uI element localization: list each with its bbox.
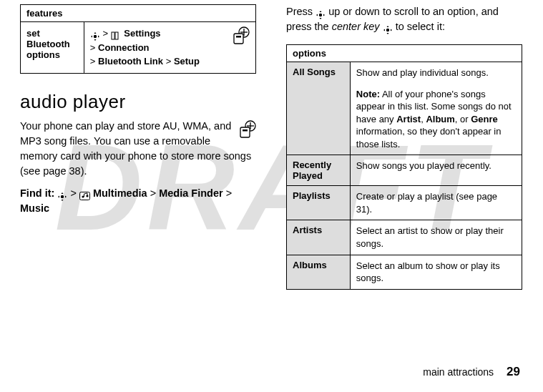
settings-icon xyxy=(111,30,122,39)
option-label: Artists xyxy=(287,220,351,255)
option-desc: Create or play a playlist (see page 31). xyxy=(350,186,522,220)
option-note: Note: All of your phone's songs appear i… xyxy=(350,84,522,155)
options-header: options xyxy=(287,45,522,62)
option-label: Recently Played xyxy=(287,155,351,186)
audio-player-intro: Your phone can play and store AU, WMA, a… xyxy=(20,119,256,179)
svg-rect-9 xyxy=(236,36,241,38)
features-header: features xyxy=(21,5,256,22)
center-key-icon xyxy=(57,189,67,199)
svg-rect-8 xyxy=(234,34,243,44)
option-desc: Select an artist to show or play their s… xyxy=(350,220,522,255)
options-table: options All Songs Show and play individu… xyxy=(286,44,522,290)
left-column: features set Bluetooth options > Setting… xyxy=(20,4,256,290)
right-column: Press up or down to scroll to an option,… xyxy=(286,4,522,290)
svg-rect-2 xyxy=(115,32,118,39)
option-label: All Songs xyxy=(287,62,351,155)
feature-row-label: set Bluetooth options xyxy=(21,22,84,74)
svg-rect-13 xyxy=(240,127,250,137)
features-table: features set Bluetooth options > Setting… xyxy=(20,4,256,74)
audio-player-heading: audio player xyxy=(20,91,256,113)
option-desc: Show songs you played recently. xyxy=(350,155,522,186)
center-key-icon xyxy=(383,22,393,32)
options-intro: Press up or down to scroll to an option,… xyxy=(286,4,522,34)
svg-rect-1 xyxy=(112,32,114,39)
svg-point-18 xyxy=(86,195,88,197)
table-row: Recently Played Show songs you played re… xyxy=(287,155,522,186)
nav-key-icon xyxy=(315,7,326,17)
svg-point-15 xyxy=(61,195,64,198)
svg-rect-14 xyxy=(243,129,248,132)
footer-section: main attractions xyxy=(423,366,494,378)
feature-row-path: > Settings > Connection > Bluetooth Link… xyxy=(90,26,225,69)
page-number: 29 xyxy=(507,365,520,379)
find-it-line: Find it: > Multimedia > Media Finder > M… xyxy=(20,186,256,216)
option-desc: Select an album to show or play its song… xyxy=(350,255,522,289)
table-row: All Songs Show and play individual songs… xyxy=(287,62,522,84)
option-label: Playlists xyxy=(287,186,351,220)
center-key-icon xyxy=(90,29,100,39)
option-label: Albums xyxy=(287,255,351,289)
table-row: Artists Select an artist to show or play… xyxy=(287,220,522,255)
multimedia-icon xyxy=(79,190,90,198)
table-row: Albums Select an album to show or play i… xyxy=(287,255,522,289)
svg-point-0 xyxy=(94,35,97,38)
memory-card-icon xyxy=(236,120,256,139)
page-footer: main attractions 29 xyxy=(423,365,520,379)
option-desc: Show and play individual songs. xyxy=(350,62,522,84)
svg-point-20 xyxy=(386,29,388,31)
memory-card-icon xyxy=(230,26,250,45)
svg-point-19 xyxy=(319,14,322,16)
table-row: Playlists Create or play a playlist (see… xyxy=(287,186,522,220)
